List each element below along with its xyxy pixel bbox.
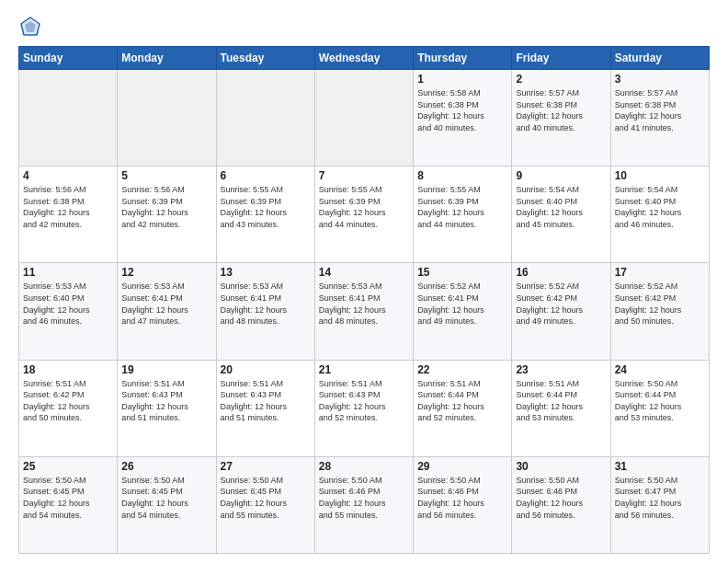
day-info: Sunrise: 5:51 AM Sunset: 6:43 PM Dayligh…: [221, 378, 311, 424]
day-info: Sunrise: 5:53 AM Sunset: 6:40 PM Dayligh…: [23, 281, 113, 327]
day-number: 9: [516, 169, 606, 182]
logo-general: [18, 24, 40, 40]
calendar-cell: 8Sunrise: 5:55 AM Sunset: 6:39 PM Daylig…: [414, 167, 512, 263]
day-number: 11: [23, 266, 113, 279]
calendar-cell: 18Sunrise: 5:51 AM Sunset: 6:42 PM Dayli…: [19, 360, 118, 456]
calendar-cell: 30Sunrise: 5:50 AM Sunset: 6:46 PM Dayli…: [512, 456, 610, 553]
calendar-cell: 11Sunrise: 5:53 AM Sunset: 6:40 PM Dayli…: [19, 263, 118, 360]
calendar-cell: 12Sunrise: 5:53 AM Sunset: 6:41 PM Dayli…: [118, 263, 216, 360]
calendar-cell: 7Sunrise: 5:55 AM Sunset: 6:39 PM Daylig…: [314, 167, 413, 263]
day-info: Sunrise: 5:51 AM Sunset: 6:42 PM Dayligh…: [23, 378, 113, 424]
weekday-header: Friday: [512, 47, 610, 70]
day-number: 16: [516, 266, 606, 279]
weekday-header: Saturday: [610, 47, 709, 70]
calendar-cell: 17Sunrise: 5:52 AM Sunset: 6:42 PM Dayli…: [610, 263, 709, 360]
day-number: 1: [417, 73, 507, 86]
day-info: Sunrise: 5:55 AM Sunset: 6:39 PM Dayligh…: [221, 184, 311, 230]
weekday-header: Wednesday: [314, 47, 413, 70]
day-info: Sunrise: 5:53 AM Sunset: 6:41 PM Dayligh…: [121, 281, 211, 327]
header: [18, 17, 710, 40]
logo-icon: [20, 17, 40, 37]
calendar-cell: [216, 70, 314, 167]
day-number: 12: [121, 266, 211, 279]
day-number: 7: [319, 169, 409, 182]
calendar-cell: 9Sunrise: 5:54 AM Sunset: 6:40 PM Daylig…: [512, 167, 610, 263]
day-info: Sunrise: 5:50 AM Sunset: 6:45 PM Dayligh…: [121, 475, 211, 521]
day-number: 3: [615, 73, 705, 86]
calendar-cell: 22Sunrise: 5:51 AM Sunset: 6:44 PM Dayli…: [414, 360, 512, 456]
day-info: Sunrise: 5:53 AM Sunset: 6:41 PM Dayligh…: [221, 281, 311, 327]
calendar-cell: 26Sunrise: 5:50 AM Sunset: 6:45 PM Dayli…: [118, 456, 216, 553]
day-info: Sunrise: 5:51 AM Sunset: 6:43 PM Dayligh…: [121, 378, 211, 424]
calendar-cell: 16Sunrise: 5:52 AM Sunset: 6:42 PM Dayli…: [512, 263, 610, 360]
day-number: 15: [417, 266, 507, 279]
day-info: Sunrise: 5:53 AM Sunset: 6:41 PM Dayligh…: [319, 281, 409, 327]
day-number: 19: [121, 363, 211, 376]
calendar-cell: 21Sunrise: 5:51 AM Sunset: 6:43 PM Dayli…: [314, 360, 413, 456]
day-number: 22: [417, 363, 507, 376]
day-info: Sunrise: 5:54 AM Sunset: 6:40 PM Dayligh…: [615, 184, 705, 230]
day-info: Sunrise: 5:50 AM Sunset: 6:44 PM Dayligh…: [615, 378, 705, 424]
day-info: Sunrise: 5:50 AM Sunset: 6:47 PM Dayligh…: [615, 475, 705, 521]
day-number: 4: [23, 169, 113, 182]
day-number: 28: [319, 460, 409, 473]
day-number: 5: [121, 169, 211, 182]
day-info: Sunrise: 5:57 AM Sunset: 6:38 PM Dayligh…: [615, 87, 705, 133]
day-info: Sunrise: 5:58 AM Sunset: 6:38 PM Dayligh…: [417, 87, 507, 133]
calendar-cell: 3Sunrise: 5:57 AM Sunset: 6:38 PM Daylig…: [610, 70, 709, 167]
calendar-cell: 23Sunrise: 5:51 AM Sunset: 6:44 PM Dayli…: [512, 360, 610, 456]
day-number: 31: [615, 460, 705, 473]
day-info: Sunrise: 5:52 AM Sunset: 6:42 PM Dayligh…: [516, 281, 606, 327]
calendar-cell: 19Sunrise: 5:51 AM Sunset: 6:43 PM Dayli…: [118, 360, 216, 456]
day-number: 10: [615, 169, 705, 182]
day-info: Sunrise: 5:54 AM Sunset: 6:40 PM Dayligh…: [516, 184, 606, 230]
day-info: Sunrise: 5:55 AM Sunset: 6:39 PM Dayligh…: [417, 184, 507, 230]
calendar-cell: 1Sunrise: 5:58 AM Sunset: 6:38 PM Daylig…: [414, 70, 512, 167]
calendar-cell: 6Sunrise: 5:55 AM Sunset: 6:39 PM Daylig…: [216, 167, 314, 263]
day-number: 26: [121, 460, 211, 473]
weekday-header: Monday: [118, 47, 216, 70]
calendar-cell: 24Sunrise: 5:50 AM Sunset: 6:44 PM Dayli…: [610, 360, 709, 456]
weekday-header: Thursday: [414, 47, 512, 70]
calendar-cell: [314, 70, 413, 167]
day-number: 2: [516, 73, 606, 86]
day-info: Sunrise: 5:56 AM Sunset: 6:39 PM Dayligh…: [121, 184, 211, 230]
day-info: Sunrise: 5:50 AM Sunset: 6:45 PM Dayligh…: [23, 475, 113, 521]
day-number: 8: [417, 169, 507, 182]
day-info: Sunrise: 5:51 AM Sunset: 6:43 PM Dayligh…: [319, 378, 409, 424]
day-info: Sunrise: 5:50 AM Sunset: 6:45 PM Dayligh…: [221, 475, 311, 521]
day-number: 14: [319, 266, 409, 279]
day-number: 17: [615, 266, 705, 279]
calendar-cell: 5Sunrise: 5:56 AM Sunset: 6:39 PM Daylig…: [118, 167, 216, 263]
day-number: 13: [221, 266, 311, 279]
calendar-cell: 27Sunrise: 5:50 AM Sunset: 6:45 PM Dayli…: [216, 456, 314, 553]
calendar-cell: 15Sunrise: 5:52 AM Sunset: 6:41 PM Dayli…: [414, 263, 512, 360]
calendar-cell: 4Sunrise: 5:56 AM Sunset: 6:38 PM Daylig…: [19, 167, 118, 263]
logo: [18, 17, 40, 40]
day-number: 6: [221, 169, 311, 182]
calendar-cell: 14Sunrise: 5:53 AM Sunset: 6:41 PM Dayli…: [314, 263, 413, 360]
day-info: Sunrise: 5:52 AM Sunset: 6:42 PM Dayligh…: [615, 281, 705, 327]
day-info: Sunrise: 5:50 AM Sunset: 6:46 PM Dayligh…: [516, 475, 606, 521]
calendar-page: SundayMondayTuesdayWednesdayThursdayFrid…: [0, 0, 728, 563]
weekday-header: Sunday: [19, 47, 118, 70]
weekday-header: Tuesday: [216, 47, 314, 70]
day-info: Sunrise: 5:56 AM Sunset: 6:38 PM Dayligh…: [23, 184, 113, 230]
calendar-cell: [118, 70, 216, 167]
day-info: Sunrise: 5:51 AM Sunset: 6:44 PM Dayligh…: [516, 378, 606, 424]
calendar-cell: [19, 70, 118, 167]
day-info: Sunrise: 5:51 AM Sunset: 6:44 PM Dayligh…: [417, 378, 507, 424]
day-number: 30: [516, 460, 606, 473]
day-number: 18: [23, 363, 113, 376]
calendar-cell: 28Sunrise: 5:50 AM Sunset: 6:46 PM Dayli…: [314, 456, 413, 553]
calendar-table: SundayMondayTuesdayWednesdayThursdayFrid…: [18, 46, 710, 554]
day-info: Sunrise: 5:50 AM Sunset: 6:46 PM Dayligh…: [417, 475, 507, 521]
day-number: 27: [221, 460, 311, 473]
calendar-cell: 20Sunrise: 5:51 AM Sunset: 6:43 PM Dayli…: [216, 360, 314, 456]
day-number: 29: [417, 460, 507, 473]
day-info: Sunrise: 5:55 AM Sunset: 6:39 PM Dayligh…: [319, 184, 409, 230]
calendar-cell: 29Sunrise: 5:50 AM Sunset: 6:46 PM Dayli…: [414, 456, 512, 553]
day-info: Sunrise: 5:57 AM Sunset: 6:38 PM Dayligh…: [516, 87, 606, 133]
day-info: Sunrise: 5:50 AM Sunset: 6:46 PM Dayligh…: [319, 475, 409, 521]
day-number: 25: [23, 460, 113, 473]
